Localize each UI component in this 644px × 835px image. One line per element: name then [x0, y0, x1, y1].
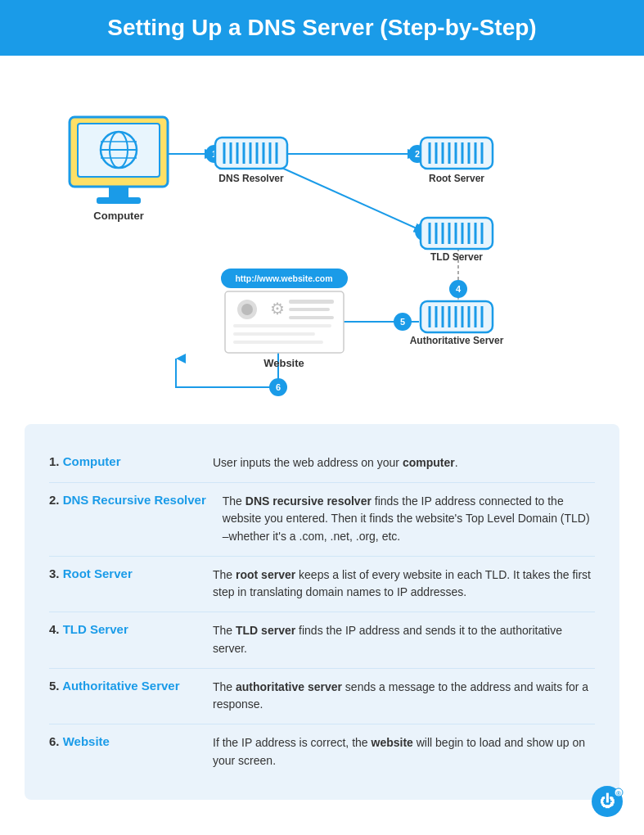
svg-rect-24: [109, 187, 128, 198]
svg-rect-74: [233, 324, 331, 327]
desc-label-dns: 2. DNS Recursive Resolver: [49, 493, 223, 507]
desc-row-auth: 5. Authoritative Server The authoritativ…: [49, 669, 595, 724]
desc-text-computer: User inputs the web address on your comp…: [213, 454, 595, 472]
desc-label-website: 6. Website: [49, 734, 213, 748]
svg-line-2: [278, 166, 424, 232]
svg-rect-71: [289, 300, 334, 304]
desc-row-root: 3. Root Server The root server keeps a l…: [49, 557, 595, 612]
tld-server-label: TLD Server: [430, 251, 483, 263]
svg-rect-25: [97, 197, 141, 204]
desc-title-website: Website: [63, 734, 110, 748]
desc-label-computer: 1. Computer: [49, 454, 213, 468]
url-label: http://www.website.com: [235, 273, 332, 283]
description-area: 1. Computer User inputs the web address …: [25, 424, 619, 800]
desc-title-dns: DNS Recursive Resolver: [63, 493, 206, 507]
desc-text-website: If the IP address is correct, the websit…: [213, 734, 595, 770]
footer-logo: ⏻ ®: [592, 786, 626, 820]
desc-text-root: The root server keeps a list of every we…: [213, 566, 595, 602]
diagram-svg: 1 2 3 4 5 6 Computer: [25, 80, 619, 408]
dns-resolver-label: DNS Resolver: [218, 173, 284, 184]
svg-rect-76: [233, 341, 323, 344]
desc-title-root: Root Server: [63, 566, 133, 580]
desc-label-tld: 4. TLD Server: [49, 622, 213, 636]
svg-rect-75: [233, 332, 315, 336]
desc-row-tld: 4. TLD Server The TLD server finds the I…: [49, 612, 595, 668]
svg-point-69: [241, 304, 253, 315]
desc-text-auth: The authoritative server sends a message…: [213, 679, 595, 714]
desc-title-computer: Computer: [63, 454, 121, 468]
desc-title-tld: TLD Server: [63, 622, 128, 636]
svg-rect-72: [289, 308, 330, 311]
svg-text:⚙: ⚙: [270, 300, 285, 318]
root-server-label: Root Server: [429, 173, 484, 184]
svg-text:6: 6: [276, 382, 281, 392]
desc-row-computer: 1. Computer User inputs the web address …: [49, 445, 595, 483]
authoritative-server-label: Authoritative Server: [410, 335, 504, 346]
diagram-area: 1 2 3 4 5 6 Computer: [0, 56, 644, 416]
svg-text:®: ®: [616, 790, 621, 797]
computer-label: Computer: [93, 210, 143, 222]
page-title: Setting Up a DNS Server (Step-by-Step): [25, 15, 619, 41]
svg-text:5: 5: [400, 317, 405, 327]
svg-rect-73: [289, 316, 334, 319]
svg-text:⏻: ⏻: [600, 792, 615, 810]
website-label: Website: [263, 357, 304, 369]
desc-row-dns: 2. DNS Recursive Resolver The DNS recurs…: [49, 483, 595, 557]
svg-text:2: 2: [415, 149, 420, 159]
desc-text-tld: The TLD server finds the IP address and …: [213, 622, 595, 657]
desc-row-website: 6. Website If the IP address is correct,…: [49, 724, 595, 779]
svg-text:4: 4: [456, 284, 462, 294]
desc-label-auth: 5. Authoritative Server: [49, 679, 213, 693]
desc-label-root: 3. Root Server: [49, 566, 213, 580]
desc-text-dns: The DNS recursive resolver finds the IP …: [223, 493, 595, 546]
page-header: Setting Up a DNS Server (Step-by-Step): [0, 0, 644, 56]
desc-title-auth: Authoritative Server: [62, 679, 179, 693]
